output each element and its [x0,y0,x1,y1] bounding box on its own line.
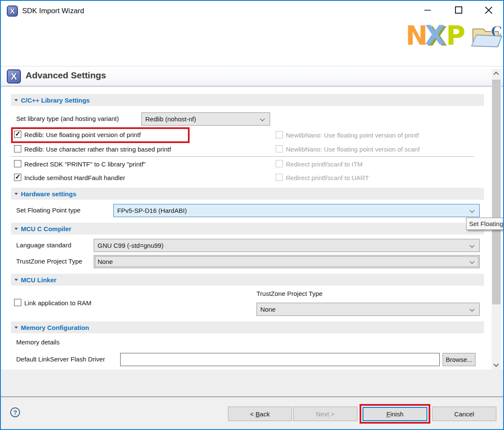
checkbox-semihost-hardfault[interactable]: Include semihost HardFault handler [14,173,125,183]
language-standard-label: Language standard [16,239,71,252]
flash-driver-input[interactable] [120,353,440,366]
collapse-triangle-icon[interactable] [14,193,18,195]
checkbox-box [276,145,283,152]
scroll-down-icon[interactable] [493,361,499,367]
button-bar: ? < Back Next > Finish Cancel [1,397,503,429]
collapse-triangle-icon[interactable] [14,228,18,230]
sdk-import-wizard-window: X SDK Import Wizard N X X P C X Advanced… [0,0,504,430]
trustzone-type-dropdown[interactable]: None [94,255,480,268]
section-mcu-linker[interactable]: MCU Linker [11,274,484,286]
maximize-icon[interactable] [455,6,462,14]
checkbox-box[interactable] [14,160,21,167]
next-button: Next > [293,407,357,421]
back-button[interactable]: < Back [228,407,292,421]
checkbox-box[interactable] [14,174,21,181]
chevron-down-icon [469,208,474,212]
linker-trustzone-dropdown[interactable]: None [256,303,480,316]
app-icon-x-glyph: X [10,8,14,15]
chevron-down-icon [260,116,265,121]
minimize-icon[interactable] [424,10,431,11]
checkbox-box [276,131,283,138]
divider [11,156,474,157]
collapse-triangle-icon[interactable] [14,99,18,101]
checkbox-link-to-ram[interactable]: Link application to RAM [14,298,92,308]
language-standard-dropdown[interactable]: GNU C99 (-std=gnu99) [94,239,480,252]
section-library-settings[interactable]: C/C++ Library Settings [11,94,484,106]
page-header: X Advanced Settings [1,66,503,86]
chevron-down-icon [469,259,474,264]
cancel-button[interactable]: Cancel [432,407,496,421]
chevron-down-icon [469,307,474,311]
library-type-dropdown[interactable]: Redlib (nohost-nf) [141,112,270,126]
page-header-icon: X [7,69,21,83]
memory-details-label: Memory details [16,337,60,347]
highlight-rect-finish-button [360,404,430,424]
checkbox-redirect-sdk-printf[interactable]: Redirect SDK "PRINTF" to C library "prin… [14,159,146,169]
checkbox-box [276,174,283,181]
flash-driver-label: Default LinkServer Flash Driver [16,353,105,366]
section-hardware-settings[interactable]: Hardware settings [11,188,484,200]
filler-band [1,370,503,396]
floating-point-label: Set Floating Point type [16,204,81,217]
scrollbar-thumb[interactable] [492,80,501,304]
checkbox-box[interactable] [14,299,21,306]
svg-text:X: X [425,20,445,50]
linker-trustzone-label: TrustZone Project Type [256,289,323,299]
section-mcu-c-compiler[interactable]: MCU C Compiler [11,223,484,235]
checkbox-redirect-uart: Redirect printf/scanf to UART [276,173,369,183]
checkbox-newlibnano-scanf: NewlibNano: Use floating point version o… [276,144,420,155]
checkbox-redirect-itm: Redirect printf/scanf to ITM [276,159,363,169]
highlight-rect-redlib-checkbox [11,127,190,143]
browse-button[interactable]: Browse... [443,353,475,366]
checkbox-box [276,160,283,167]
trustzone-type-label: TrustZone Project Type [16,255,82,268]
chevron-down-icon [469,243,474,247]
close-icon[interactable] [484,6,493,14]
page-title: Advanced Settings [26,70,106,80]
page-header-x-glyph: X [11,72,17,81]
help-icon[interactable]: ? [10,407,20,417]
library-type-label: Set library type (and hosting variant) [16,112,119,125]
collapse-triangle-icon[interactable] [14,327,18,329]
checkbox-box[interactable] [14,145,21,152]
checkbox-newlibnano-printf: NewlibNano: Use floating point version o… [276,130,419,140]
floating-point-dropdown[interactable]: FPv5-SP-D16 (HardABI) [113,204,480,217]
checkbox-redlib-char-printf[interactable]: Redlib: Use character rather than string… [14,144,171,155]
window-title: SDK Import Wizard [22,7,84,15]
app-icon: X [7,6,18,17]
scroll-up-icon[interactable] [493,72,499,77]
c-folder-icon: C [470,22,504,49]
section-memory-configuration[interactable]: Memory Configuration [11,321,484,333]
collapse-triangle-icon[interactable] [14,279,18,281]
svg-text:P: P [446,20,465,50]
nxp-logo: N X X P [406,20,470,50]
tooltip: Set Floating Point type [466,218,504,230]
